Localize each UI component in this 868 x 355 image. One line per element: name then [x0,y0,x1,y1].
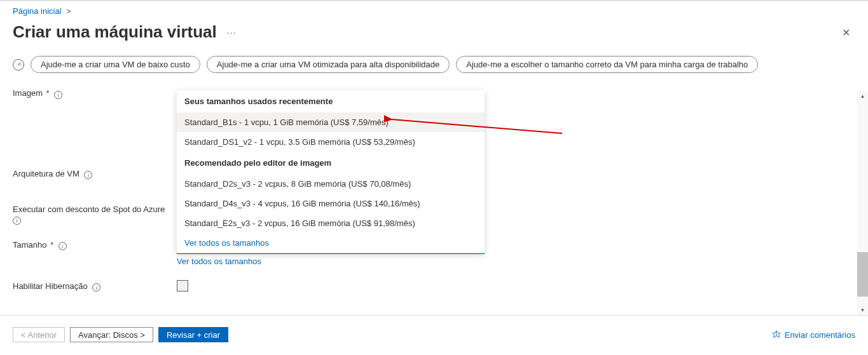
next-button[interactable]: Avançar: Discos > [70,327,153,342]
spot-label: Executar com desconto de Spot do Azure [13,204,165,214]
dropdown-see-all-link[interactable]: Ver todos os tamanhos [177,233,485,253]
info-icon[interactable]: i [59,242,67,250]
info-icon[interactable]: i [92,283,100,291]
close-icon[interactable]: ✕ [842,27,850,39]
copilot-icon: ✧ [13,59,24,70]
scroll-down-arrow-icon[interactable]: ▼ [857,305,868,316]
more-actions-button[interactable]: ··· [227,27,237,37]
scrollbar-thumb[interactable] [857,252,868,297]
size-dropdown-panel: Seus tamanhos usados recentemente Standa… [177,90,485,253]
size-option-standard-d2sv3[interactable]: Standard_D2s_v3 - 2 vcpus, 8 GiB memória… [177,174,485,194]
info-icon[interactable]: i [84,171,92,179]
hibernation-field-row: Habilitar Hibernação i [13,280,855,293]
previous-button: < Anterior [13,327,65,342]
see-all-sizes-link[interactable]: Ver todos os tamanhos [177,257,485,266]
page-title: Criar uma máquina virtual [13,22,217,42]
breadcrumb-home-link[interactable]: Página inicial [13,6,62,16]
footer: < Anterior Avançar: Discos > Revisar + c… [0,316,868,354]
hibernation-checkbox[interactable] [177,280,188,291]
breadcrumb: Página inicial > [13,6,855,16]
size-label: Tamanho [13,240,46,250]
scroll-up-arrow-icon[interactable]: ▲ [857,91,868,102]
dropdown-recommended-header: Recomendado pelo editor de imagem [177,152,485,174]
size-option-standard-ds1v2[interactable]: Standard_DS1_v2 - 1 vcpu, 3.5 GiB memóri… [177,132,485,152]
review-create-button[interactable]: Revisar + criar [158,327,228,342]
hibernation-label: Habilitar Hibernação [13,281,88,291]
help-pill-right-size[interactable]: Ajude-me a escolher o tamanho correto da… [456,56,758,73]
dropdown-recent-header: Seus tamanhos usados recentemente [177,90,485,112]
help-pill-high-availability[interactable]: Ajude-me a criar uma VM otimizada para a… [207,56,450,73]
required-asterisk: * [46,88,50,98]
size-option-standard-e2sv3[interactable]: Standard_E2s_v3 - 2 vcpus, 16 GiB memóri… [177,213,485,233]
help-pill-low-cost[interactable]: Ajude-me a criar uma VM de baixo custo [31,56,200,73]
size-option-standard-b1s[interactable]: Standard_B1s - 1 vcpu, 1 GiB memória (US… [177,112,485,132]
info-icon[interactable]: i [13,217,21,225]
info-icon[interactable]: i [54,91,62,99]
feedback-label: Enviar comentários [785,330,855,340]
feedback-icon [772,330,781,339]
size-option-standard-d4sv3[interactable]: Standard_D4s_v3 - 4 vcpus, 16 GiB memóri… [177,194,485,213]
required-asterisk: * [50,240,53,250]
breadcrumb-separator: > [66,6,71,16]
architecture-label: Arquitetura de VM [13,169,79,178]
image-label: Imagem [13,88,43,98]
send-feedback-link[interactable]: Enviar comentários [772,330,855,340]
